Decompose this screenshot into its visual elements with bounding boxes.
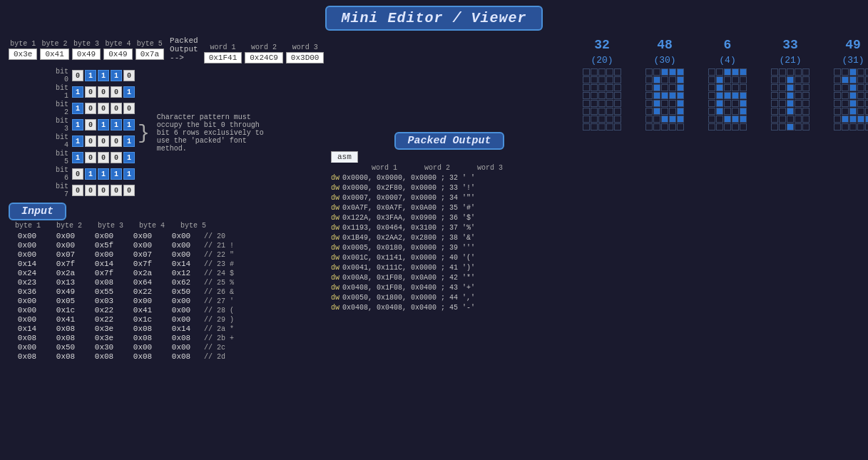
input-cell-13-4: 0x08 [163, 352, 200, 361]
char-pixel-3-17 [787, 92, 794, 99]
bit-cell-3-0[interactable]: 1 [72, 119, 83, 131]
char-pixel-4-24 [865, 100, 868, 107]
bit-cell-1-3[interactable]: 0 [111, 86, 122, 98]
input-table-row: 0x000x410x220x1c0x00// 29 ) [6, 315, 322, 324]
char-pixel-0-16 [591, 92, 598, 99]
bit-cell-0-0[interactable]: 0 [72, 70, 83, 81]
input-cell-8-2: 0x22 [86, 306, 123, 315]
char-column-3: 33(21) [762, 38, 819, 457]
char-pixel-2-23 [732, 100, 739, 107]
char-pixel-1-38 [669, 123, 676, 131]
char-pixel-4-21 [842, 100, 849, 107]
bit-cell-4-4[interactable]: 1 [123, 136, 135, 147]
char-pixel-2-5 [708, 76, 715, 83]
input-cell-3-0: 0x14 [9, 260, 46, 268]
char-pixel-0-18 [606, 92, 613, 99]
input-cell-0-3: 0x00 [124, 232, 161, 240]
char-pixel-1-27 [661, 108, 668, 115]
bit-cell-7-1[interactable]: 0 [85, 185, 96, 196]
char-pixel-1-14 [677, 84, 684, 91]
bit-cell-1-1[interactable]: 0 [85, 86, 96, 98]
bit-cell-2-4[interactable]: 0 [123, 103, 135, 114]
packed-values: 0x001C, 0x1141, 0x0000 ; 40 '(' [342, 253, 475, 263]
char-pixel-4-10 [834, 84, 841, 91]
char-pixel-4-0 [834, 68, 841, 76]
bit-cell-4-1[interactable]: 0 [85, 136, 96, 147]
char-pixel-1-23 [669, 100, 676, 107]
bit-cell-6-0[interactable]: 0 [72, 168, 83, 180]
char-pixel-2-37 [724, 123, 731, 131]
bit-cell-2-1[interactable]: 0 [85, 103, 96, 114]
bit-cell-6-1[interactable]: 1 [85, 168, 96, 180]
char-pixel-3-0 [771, 68, 778, 76]
input-cell-9-3: 0x1c [124, 315, 161, 324]
char-pixel-4-30 [834, 116, 841, 123]
bit-cell-0-2[interactable]: 1 [98, 70, 109, 81]
char-pixel-3-26 [779, 108, 786, 115]
char-pixel-4-8 [857, 76, 864, 83]
char-pixel-1-34 [677, 116, 684, 123]
bit-cell-2-3[interactable]: 0 [111, 103, 122, 114]
char-pixel-1-21 [653, 100, 660, 107]
char-pixel-4-20 [834, 100, 841, 107]
bit-cell-3-3[interactable]: 1 [111, 119, 122, 131]
packed-values: 0x0050, 0x1800, 0x0000 ; 44 ',' [342, 293, 475, 303]
bit-cell-2-0[interactable]: 1 [72, 103, 83, 114]
char-pixel-4-14 [865, 84, 868, 91]
bit-cell-3-2[interactable]: 1 [98, 119, 109, 131]
bit-cell-0-4[interactable]: 0 [123, 70, 135, 81]
char-column-1: 48(30) [636, 38, 693, 457]
bit-cell-1-4[interactable]: 1 [123, 86, 135, 98]
bit-cell-6-2[interactable]: 1 [98, 168, 109, 180]
input-comment-8: // 28 ( [204, 307, 234, 315]
input-comment-7: // 27 ' [204, 297, 234, 305]
bit-cell-5-4[interactable]: 1 [123, 152, 135, 163]
bit-cell-2-2[interactable]: 0 [98, 103, 109, 114]
bit-cell-4-0[interactable]: 1 [72, 136, 83, 147]
bit-cell-5-1[interactable]: 0 [85, 152, 96, 163]
input-cell-2-3: 0x07 [124, 250, 161, 259]
asm-tab[interactable]: asm [331, 151, 358, 163]
word-value-1: 0x1F41 [204, 52, 242, 63]
input-cell-12-0: 0x00 [9, 343, 46, 352]
input-cell-0-1: 0x00 [47, 232, 84, 240]
bit-cell-7-0[interactable]: 0 [72, 185, 83, 196]
bit-cell-3-4[interactable]: 1 [123, 119, 135, 131]
bit-rows: bit 001110bit 110001bit 210000bit 310111… [48, 68, 135, 198]
packed-values: 0x0A7F, 0x0A7F, 0x0A00 ; 35 '#' [342, 203, 475, 213]
char-pixel-0-28 [606, 108, 613, 115]
bit-cell-0-1[interactable]: 1 [85, 70, 96, 81]
bit-cell-7-2[interactable]: 0 [98, 185, 109, 196]
char-pixel-1-29 [677, 108, 684, 115]
input-cell-4-2: 0x7f [86, 269, 123, 277]
bit-cell-3-1[interactable]: 0 [85, 119, 96, 131]
input-cell-7-3: 0x00 [124, 297, 161, 305]
bit-cell-5-0[interactable]: 1 [72, 152, 83, 163]
bit-cell-7-3[interactable]: 0 [111, 185, 122, 196]
bit-cell-1-0[interactable]: 1 [72, 86, 83, 98]
bit-cell-6-3[interactable]: 1 [111, 168, 122, 180]
bit-cell-7-4[interactable]: 0 [123, 185, 135, 196]
input-cell-12-3: 0x00 [124, 343, 161, 352]
input-comment-11: // 2b + [204, 334, 234, 342]
input-cell-5-1: 0x13 [47, 278, 84, 287]
bit-cell-4-3[interactable]: 0 [111, 136, 122, 147]
char-pixel-3-22 [787, 100, 794, 107]
char-pixel-4-5 [834, 76, 841, 83]
bit-cell-5-3[interactable]: 0 [111, 152, 122, 163]
char-pixel-1-5 [645, 76, 653, 83]
bit-cell-5-2[interactable]: 0 [98, 152, 109, 163]
bit-cell-6-4[interactable]: 1 [123, 168, 135, 180]
packed-dw-keyword: dw [331, 243, 339, 253]
input-cell-7-0: 0x00 [9, 297, 46, 305]
input-table-row: 0x080x080x3e0x080x08// 2b + [6, 333, 322, 342]
word-group-2: word 2 0x24C9 [245, 44, 283, 63]
char-pixel-0-33 [606, 116, 613, 123]
input-cell-2-4: 0x00 [163, 250, 200, 259]
bit-cell-4-2[interactable]: 0 [98, 136, 109, 147]
word-label-1: word 1 [210, 44, 235, 51]
bit-cell-0-3[interactable]: 1 [111, 70, 122, 81]
char-pixel-1-32 [661, 116, 668, 123]
bit-cell-1-2[interactable]: 0 [98, 86, 109, 98]
input-cell-4-3: 0x2a [124, 269, 161, 277]
